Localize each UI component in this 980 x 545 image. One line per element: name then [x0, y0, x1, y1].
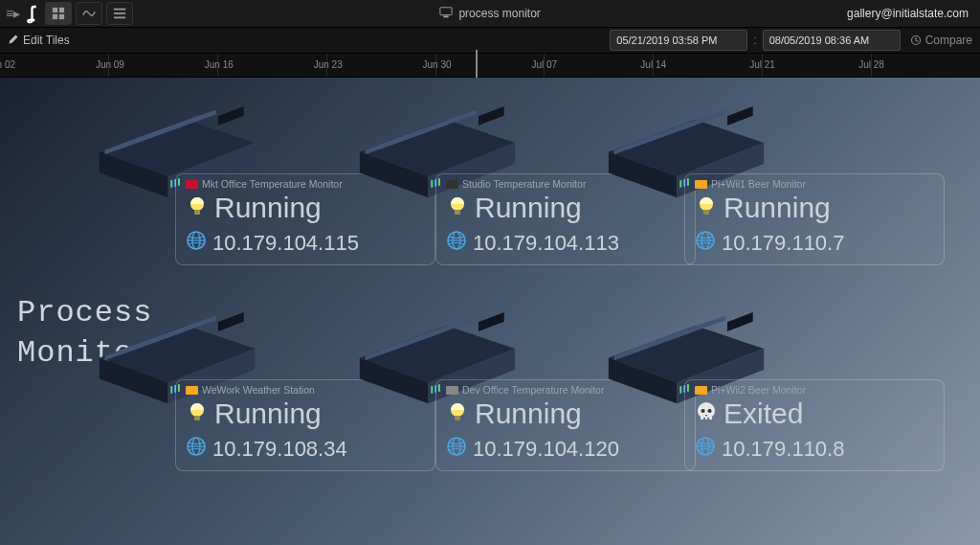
tile-flag-icon	[446, 386, 458, 395]
pencil-icon	[8, 34, 19, 48]
svg-rect-7	[440, 7, 452, 14]
timeline-marker[interactable]	[476, 50, 478, 79]
timeline-tick-label: Jun 30	[423, 59, 452, 70]
timeline-tick-label: Jul 28	[858, 59, 884, 70]
tile-name: Studio Temperature Monitor	[462, 178, 586, 190]
dashboard-canvas: Process Monitor Mkt Office Temperature M…	[0, 78, 980, 545]
globe-icon	[186, 230, 207, 257]
svg-rect-3	[59, 14, 64, 19]
tile-ip: 10.179.110.7	[722, 231, 844, 256]
menu-icon[interactable]: ≡▸	[6, 6, 20, 21]
lightbulb-icon	[186, 400, 209, 427]
tile-status: Running	[214, 192, 322, 224]
timeline-tick: Jul 28	[871, 54, 980, 77]
svg-rect-0	[53, 8, 57, 12]
compare-button[interactable]: Compare	[910, 34, 972, 47]
timeline-tick-label: Jul 21	[749, 59, 775, 70]
monitor-icon	[439, 6, 453, 22]
tile-status: Running	[475, 397, 582, 430]
tile-flag-icon	[446, 180, 458, 189]
timeline-tick-label: Jun 09	[96, 59, 124, 70]
tile-ip: 10.179.104.113	[473, 231, 619, 256]
process-tile[interactable]: Pi+Wii2 Beer MonitorExited10.179.110.8	[684, 379, 945, 471]
timeline-tick-label: Jun 02	[0, 59, 15, 70]
tile-status: Running	[214, 397, 322, 430]
date-from-input[interactable]	[610, 30, 747, 51]
svg-rect-5	[114, 12, 125, 14]
view-tiles-button[interactable]	[45, 2, 72, 25]
timeline-tick: Jun 09	[108, 54, 217, 77]
timeline-tick: Jun 16	[217, 54, 326, 77]
svg-rect-6	[114, 17, 125, 19]
tile-name: WeWork Weather Station	[202, 384, 315, 396]
timeline-tick-label: Jun 23	[314, 59, 343, 70]
tile-flag-icon	[186, 180, 198, 189]
timeline-tick-label: Jul 14	[640, 59, 666, 70]
timeline-tick: Jul 14	[653, 54, 762, 77]
tile-flag-icon	[695, 180, 707, 189]
tile-ip: 10.179.110.8	[722, 437, 844, 462]
user-email[interactable]: gallery@initialstate.com	[847, 7, 980, 20]
tile-status: Running	[724, 192, 831, 224]
tile-header: Pi+Wii2 Beer Monitor	[695, 384, 934, 396]
lightbulb-icon	[695, 194, 718, 221]
edit-tiles-button[interactable]: Edit Tiles	[23, 34, 70, 47]
timeline-tick: Jun 23	[326, 54, 435, 77]
skull-icon	[695, 400, 718, 427]
app-logo[interactable]: ʆ	[24, 3, 41, 24]
timeline-tick-label: Jul 07	[531, 59, 557, 70]
tile-header: Pi+Wii1 Beer Monitor	[695, 178, 934, 190]
tile-flag-icon	[695, 386, 707, 395]
lightbulb-icon	[446, 400, 469, 427]
globe-icon	[695, 436, 716, 463]
tile-name: Mkt Office Temperature Monitor	[202, 178, 343, 190]
view-waves-button[interactable]	[76, 2, 102, 25]
tile-status: Running	[475, 192, 582, 224]
globe-icon	[695, 230, 716, 257]
date-to-input[interactable]	[763, 30, 901, 51]
svg-rect-1	[59, 8, 64, 12]
lightbulb-icon	[186, 194, 209, 221]
timeline-tick: Jun 02	[0, 54, 108, 77]
svg-rect-2	[53, 14, 57, 19]
view-list-button[interactable]	[106, 2, 133, 25]
globe-icon	[446, 230, 467, 257]
tile-ip: 10.179.108.34	[212, 437, 347, 462]
timeline-tick: Jul 21	[762, 54, 871, 77]
date-separator: :	[747, 34, 762, 47]
globe-icon	[446, 436, 467, 463]
lightbulb-icon	[446, 194, 469, 221]
svg-rect-8	[444, 15, 449, 17]
tile-name: Pi+Wii1 Beer Monitor	[711, 178, 806, 190]
svg-rect-4	[114, 9, 125, 11]
timeline-tick: Jun 30	[435, 54, 545, 77]
tile-name: Pi+Wii2 Beer Monitor	[711, 384, 806, 396]
tile-name: Dev Office Temperature Monitor	[462, 384, 604, 396]
tile-status: Exited	[724, 397, 803, 430]
timeline-tick: Jul 07	[544, 54, 653, 77]
process-tile[interactable]: Pi+Wii1 Beer MonitorRunning10.179.110.7	[684, 173, 945, 265]
globe-icon	[186, 436, 207, 463]
tile-flag-icon	[186, 386, 198, 395]
tile-ip: 10.179.104.115	[212, 231, 359, 256]
tile-ip: 10.179.104.120	[473, 437, 619, 462]
timeline[interactable]: Jun 02Jun 09Jun 16Jun 23Jun 30Jul 07Jul …	[0, 54, 980, 78]
page-title: process monitor	[458, 7, 540, 20]
timeline-tick-label: Jun 16	[205, 59, 234, 70]
